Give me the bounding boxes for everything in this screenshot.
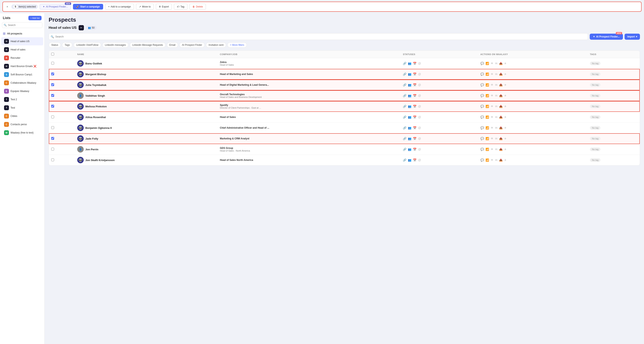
- search-input[interactable]: [49, 33, 588, 40]
- people-icon[interactable]: 👥: [408, 148, 411, 151]
- eye-icon[interactable]: 👁: [490, 83, 494, 86]
- mail-icon[interactable]: ✉: [495, 158, 498, 162]
- at-icon[interactable]: @: [418, 158, 421, 162]
- link-icon[interactable]: 🔗: [403, 83, 406, 86]
- message-icon[interactable]: 💬: [480, 126, 484, 130]
- plane-icon[interactable]: ✈: [504, 148, 506, 151]
- calendar-icon[interactable]: 📅: [413, 148, 416, 151]
- prospect-name-2[interactable]: Margaret Bishop: [85, 73, 106, 76]
- link-icon[interactable]: 🔗: [403, 105, 406, 108]
- sidebar-item-all-prospects[interactable]: ⊞ All prospects: [0, 30, 44, 37]
- calendar-icon[interactable]: 📅: [413, 72, 416, 76]
- send-icon[interactable]: 📤: [499, 148, 502, 151]
- sidebar-search-input[interactable]: [2, 22, 42, 28]
- eye-icon[interactable]: 👁: [490, 62, 494, 65]
- prospect-name-4[interactable]: Vaibbhav Singh: [85, 94, 105, 97]
- link-icon[interactable]: 🔗: [403, 116, 406, 119]
- plane-icon[interactable]: ✈: [504, 105, 506, 108]
- at-icon[interactable]: @: [418, 94, 421, 97]
- link-icon[interactable]: 🔗: [403, 137, 406, 140]
- sidebar-item-test2[interactable]: T Test 2: [1, 96, 43, 104]
- mail-icon[interactable]: ✉: [495, 137, 498, 140]
- edit-list-button[interactable]: ✏: [79, 25, 84, 30]
- checkbox-2[interactable]: [51, 72, 54, 75]
- prospect-name-7[interactable]: Benjamin Ogbonna II: [85, 126, 112, 130]
- at-icon[interactable]: @: [418, 62, 421, 65]
- signal-icon[interactable]: 📶: [486, 94, 489, 97]
- sidebar-item-equipes[interactable]: E Equipes Waalaxy: [1, 87, 43, 95]
- message-icon[interactable]: 💬: [480, 137, 484, 140]
- message-icon[interactable]: 💬: [480, 94, 484, 97]
- signal-icon[interactable]: 📶: [486, 105, 489, 108]
- filter-chip-email[interactable]: Email: [167, 42, 178, 48]
- people-icon[interactable]: 👥: [408, 62, 411, 65]
- link-icon[interactable]: 🔗: [403, 158, 406, 162]
- sidebar-item-contacts-perso[interactable]: C Contacts perso: [1, 120, 43, 128]
- mail-icon[interactable]: ✉: [495, 105, 498, 108]
- tag-badge-8[interactable]: No tag: [590, 137, 600, 140]
- message-icon[interactable]: 💬: [480, 148, 484, 151]
- people-icon[interactable]: 👥: [408, 72, 411, 76]
- eye-icon[interactable]: 👁: [490, 116, 494, 119]
- calendar-icon[interactable]: 📅: [413, 126, 416, 130]
- calendar-icon[interactable]: 📅: [413, 105, 416, 108]
- send-icon[interactable]: 📤: [499, 126, 502, 130]
- prospect-name-1[interactable]: Banu Ozdilek: [85, 62, 102, 65]
- checkbox-1[interactable]: [51, 62, 54, 65]
- signal-icon[interactable]: 📶: [486, 72, 489, 76]
- people-icon[interactable]: 👥: [408, 83, 411, 86]
- people-icon[interactable]: 👥: [408, 158, 411, 162]
- import-button[interactable]: Import ▾: [624, 34, 640, 40]
- message-icon[interactable]: 💬: [480, 62, 484, 65]
- eye-icon[interactable]: 👁: [490, 105, 494, 108]
- checkbox-7[interactable]: [51, 126, 54, 129]
- filter-chip-invitation-sent[interactable]: Invitation sent: [206, 42, 226, 48]
- people-icon[interactable]: 👥: [408, 94, 411, 97]
- close-selection-button[interactable]: ×: [5, 5, 9, 9]
- checkbox-4[interactable]: [51, 94, 54, 97]
- send-icon[interactable]: 📤: [499, 72, 502, 76]
- ai-prospect-finder-button[interactable]: NEW ✦ AI Prospect Finder...: [40, 4, 71, 10]
- filter-chip-linkedin-message-requests[interactable]: Linkedin Message Requests: [130, 42, 166, 48]
- tag-badge-10[interactable]: No tag: [590, 158, 600, 162]
- sidebar-item-cibles[interactable]: C Cibles: [1, 112, 43, 120]
- message-icon[interactable]: 💬: [480, 116, 484, 119]
- people-icon[interactable]: 👥: [408, 105, 411, 108]
- plane-icon[interactable]: ✈: [504, 137, 506, 140]
- mail-icon[interactable]: ✉: [495, 83, 498, 86]
- plane-icon[interactable]: ✈: [504, 158, 506, 162]
- at-icon[interactable]: @: [418, 116, 421, 119]
- link-icon[interactable]: 🔗: [403, 94, 406, 97]
- prospect-name-8[interactable]: Jade Folly: [85, 137, 98, 140]
- checkbox-3[interactable]: [51, 83, 54, 86]
- tag-badge-1[interactable]: No tag: [590, 62, 600, 65]
- prospect-name-9[interactable]: Jon Perrin: [85, 148, 98, 151]
- signal-icon[interactable]: 📶: [486, 158, 489, 162]
- at-icon[interactable]: @: [418, 126, 421, 130]
- people-icon[interactable]: 👥: [408, 116, 411, 119]
- message-icon[interactable]: 💬: [480, 83, 484, 86]
- send-icon[interactable]: 📤: [499, 105, 502, 108]
- signal-icon[interactable]: 📶: [486, 116, 489, 119]
- delete-button[interactable]: 🗑 Delete: [190, 4, 206, 10]
- tag-badge-7[interactable]: No tag: [590, 126, 600, 130]
- sidebar-item-waalaxy-free[interactable]: W Waalaxy (free to test): [1, 129, 43, 137]
- eye-icon[interactable]: 👁: [490, 148, 494, 151]
- more-filters-button[interactable]: + More filters: [227, 42, 247, 48]
- tag-badge-9[interactable]: No tag: [590, 148, 600, 151]
- tag-badge-6[interactable]: No tag: [590, 115, 600, 119]
- export-button[interactable]: ⬆ Export: [156, 4, 172, 10]
- calendar-icon[interactable]: 📅: [413, 116, 416, 119]
- sidebar-item-collaborateurs[interactable]: C Collaborateurs Waalaxy: [1, 79, 43, 87]
- people-icon[interactable]: 👥: [408, 137, 411, 140]
- eye-icon[interactable]: 👁: [490, 72, 494, 76]
- tag-badge-4[interactable]: No tag: [590, 94, 600, 98]
- filter-chip-linkedin-messages[interactable]: LinkedIn messages: [102, 42, 128, 48]
- mail-icon[interactable]: ✉: [495, 62, 498, 65]
- link-icon[interactable]: 🔗: [403, 126, 406, 130]
- mail-icon[interactable]: ✉: [495, 94, 498, 97]
- eye-icon[interactable]: 👁: [490, 94, 494, 97]
- tag-badge-2[interactable]: No tag: [590, 72, 600, 76]
- tag-badge-5[interactable]: No tag: [590, 104, 600, 108]
- checkbox-5[interactable]: [51, 105, 54, 108]
